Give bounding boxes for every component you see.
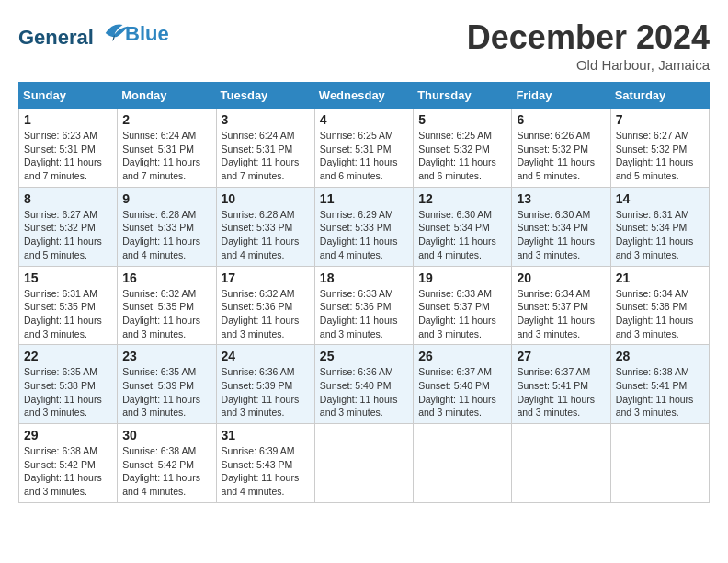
day-info: Sunrise: 6:35 AMSunset: 5:39 PMDaylight:… <box>122 365 210 419</box>
table-row: 2Sunrise: 6:24 AMSunset: 5:31 PMDaylight… <box>118 109 216 188</box>
day-number: 6 <box>517 112 605 127</box>
day-number: 13 <box>517 191 605 206</box>
table-row: 30Sunrise: 6:38 AMSunset: 5:42 PMDayligh… <box>118 424 216 503</box>
day-number: 12 <box>418 191 506 206</box>
day-number: 8 <box>24 191 112 206</box>
day-info: Sunrise: 6:31 AMSunset: 5:35 PMDaylight:… <box>24 287 112 341</box>
table-row: 15Sunrise: 6:31 AMSunset: 5:35 PMDayligh… <box>19 266 118 345</box>
table-row: 29Sunrise: 6:38 AMSunset: 5:42 PMDayligh… <box>19 424 118 503</box>
table-row: 11Sunrise: 6:29 AMSunset: 5:33 PMDayligh… <box>314 187 413 266</box>
day-info: Sunrise: 6:32 AMSunset: 5:36 PMDaylight:… <box>222 287 310 341</box>
day-number: 19 <box>418 270 506 285</box>
day-number: 1 <box>24 112 112 127</box>
table-row: 3Sunrise: 6:24 AMSunset: 5:31 PMDaylight… <box>216 109 314 188</box>
day-info: Sunrise: 6:34 AMSunset: 5:38 PMDaylight:… <box>616 287 704 341</box>
table-row: 7Sunrise: 6:27 AMSunset: 5:32 PMDaylight… <box>610 109 709 188</box>
table-row: 17Sunrise: 6:32 AMSunset: 5:36 PMDayligh… <box>216 266 314 345</box>
calendar-table: Sunday Monday Tuesday Wednesday Thursday… <box>18 82 710 503</box>
day-number: 26 <box>418 349 506 363</box>
calendar-week-row: 15Sunrise: 6:31 AMSunset: 5:35 PMDayligh… <box>19 266 710 345</box>
table-row: 16Sunrise: 6:32 AMSunset: 5:35 PMDayligh… <box>118 266 216 345</box>
table-row <box>414 424 512 503</box>
table-row: 19Sunrise: 6:33 AMSunset: 5:37 PMDayligh… <box>414 266 512 345</box>
calendar-week-row: 29Sunrise: 6:38 AMSunset: 5:42 PMDayligh… <box>19 424 710 503</box>
table-row: 22Sunrise: 6:35 AMSunset: 5:38 PMDayligh… <box>19 345 118 424</box>
table-row: 9Sunrise: 6:28 AMSunset: 5:33 PMDaylight… <box>118 187 216 266</box>
day-number: 14 <box>616 191 704 206</box>
day-number: 23 <box>122 349 210 363</box>
day-number: 3 <box>222 112 310 127</box>
table-row: 1Sunrise: 6:23 AMSunset: 5:31 PMDaylight… <box>19 109 118 188</box>
day-info: Sunrise: 6:27 AMSunset: 5:32 PMDaylight:… <box>616 129 704 183</box>
table-row <box>610 424 709 503</box>
day-info: Sunrise: 6:35 AMSunset: 5:38 PMDaylight:… <box>24 365 112 419</box>
day-info: Sunrise: 6:27 AMSunset: 5:32 PMDaylight:… <box>24 208 112 262</box>
day-info: Sunrise: 6:29 AMSunset: 5:33 PMDaylight:… <box>320 208 408 262</box>
day-number: 17 <box>222 270 310 285</box>
day-info: Sunrise: 6:33 AMSunset: 5:36 PMDaylight:… <box>320 287 408 341</box>
day-number: 28 <box>616 349 704 363</box>
calendar-header-row: Sunday Monday Tuesday Wednesday Thursday… <box>19 83 710 109</box>
table-row: 12Sunrise: 6:30 AMSunset: 5:34 PMDayligh… <box>414 187 512 266</box>
day-number: 9 <box>122 191 210 206</box>
col-saturday: Saturday <box>610 83 709 109</box>
month-title: December 2024 <box>467 18 710 57</box>
table-row: 21Sunrise: 6:34 AMSunset: 5:38 PMDayligh… <box>610 266 709 345</box>
day-info: Sunrise: 6:30 AMSunset: 5:34 PMDaylight:… <box>517 208 605 262</box>
table-row: 27Sunrise: 6:37 AMSunset: 5:41 PMDayligh… <box>512 345 610 424</box>
col-sunday: Sunday <box>19 83 118 109</box>
logo-general: General <box>18 18 130 50</box>
title-section: December 2024 Old Harbour, Jamaica <box>467 18 710 73</box>
calendar-week-row: 8Sunrise: 6:27 AMSunset: 5:32 PMDaylight… <box>19 187 710 266</box>
day-info: Sunrise: 6:36 AMSunset: 5:39 PMDaylight:… <box>222 365 310 419</box>
logo: General Blue <box>18 18 169 50</box>
day-info: Sunrise: 6:32 AMSunset: 5:35 PMDaylight:… <box>122 287 210 341</box>
table-row: 31Sunrise: 6:39 AMSunset: 5:43 PMDayligh… <box>216 424 314 503</box>
page-header: General Blue December 2024 Old Harbour, … <box>18 18 710 73</box>
day-info: Sunrise: 6:23 AMSunset: 5:31 PMDaylight:… <box>24 129 112 183</box>
day-number: 24 <box>222 349 310 363</box>
table-row <box>314 424 413 503</box>
day-info: Sunrise: 6:28 AMSunset: 5:33 PMDaylight:… <box>122 208 210 262</box>
table-row: 10Sunrise: 6:28 AMSunset: 5:33 PMDayligh… <box>216 187 314 266</box>
day-info: Sunrise: 6:38 AMSunset: 5:41 PMDaylight:… <box>616 365 704 419</box>
day-info: Sunrise: 6:30 AMSunset: 5:34 PMDaylight:… <box>418 208 506 262</box>
day-number: 27 <box>517 349 605 363</box>
table-row: 20Sunrise: 6:34 AMSunset: 5:37 PMDayligh… <box>512 266 610 345</box>
day-info: Sunrise: 6:37 AMSunset: 5:40 PMDaylight:… <box>418 365 506 419</box>
logo-text-general: General <box>18 26 94 49</box>
day-number: 21 <box>616 270 704 285</box>
day-info: Sunrise: 6:25 AMSunset: 5:31 PMDaylight:… <box>320 129 408 183</box>
calendar-week-row: 22Sunrise: 6:35 AMSunset: 5:38 PMDayligh… <box>19 345 710 424</box>
day-number: 31 <box>222 428 310 442</box>
day-info: Sunrise: 6:31 AMSunset: 5:34 PMDaylight:… <box>616 208 704 262</box>
day-info: Sunrise: 6:36 AMSunset: 5:40 PMDaylight:… <box>320 365 408 419</box>
day-number: 5 <box>418 112 506 127</box>
table-row: 28Sunrise: 6:38 AMSunset: 5:41 PMDayligh… <box>610 345 709 424</box>
logo-text-blue: Blue <box>125 22 169 46</box>
day-info: Sunrise: 6:26 AMSunset: 5:32 PMDaylight:… <box>517 129 605 183</box>
day-number: 10 <box>222 191 310 206</box>
day-number: 22 <box>24 349 112 363</box>
table-row: 26Sunrise: 6:37 AMSunset: 5:40 PMDayligh… <box>414 345 512 424</box>
table-row: 13Sunrise: 6:30 AMSunset: 5:34 PMDayligh… <box>512 187 610 266</box>
table-row: 4Sunrise: 6:25 AMSunset: 5:31 PMDaylight… <box>314 109 413 188</box>
day-info: Sunrise: 6:34 AMSunset: 5:37 PMDaylight:… <box>517 287 605 341</box>
day-info: Sunrise: 6:25 AMSunset: 5:32 PMDaylight:… <box>418 129 506 183</box>
day-number: 30 <box>122 428 210 442</box>
day-number: 25 <box>320 349 408 363</box>
table-row: 24Sunrise: 6:36 AMSunset: 5:39 PMDayligh… <box>216 345 314 424</box>
day-number: 11 <box>320 191 408 206</box>
day-number: 16 <box>122 270 210 285</box>
table-row: 6Sunrise: 6:26 AMSunset: 5:32 PMDaylight… <box>512 109 610 188</box>
col-thursday: Thursday <box>414 83 512 109</box>
day-info: Sunrise: 6:28 AMSunset: 5:33 PMDaylight:… <box>222 208 310 262</box>
table-row: 25Sunrise: 6:36 AMSunset: 5:40 PMDayligh… <box>314 345 413 424</box>
day-info: Sunrise: 6:39 AMSunset: 5:43 PMDaylight:… <box>222 444 310 499</box>
calendar-week-row: 1Sunrise: 6:23 AMSunset: 5:31 PMDaylight… <box>19 109 710 188</box>
col-tuesday: Tuesday <box>216 83 314 109</box>
day-number: 20 <box>517 270 605 285</box>
table-row <box>512 424 610 503</box>
col-wednesday: Wednesday <box>314 83 413 109</box>
day-number: 2 <box>122 112 210 127</box>
